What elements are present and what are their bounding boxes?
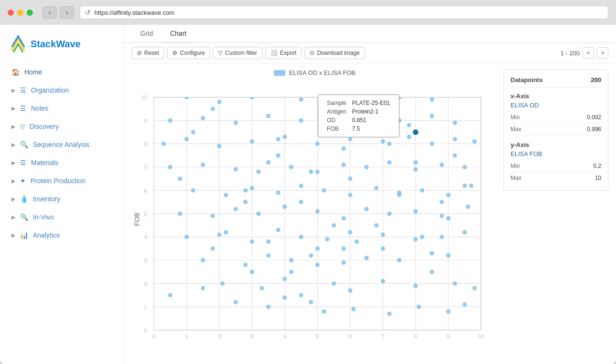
svg-point-103: [322, 188, 326, 192]
sidebar-item-in-vivo[interactable]: ▶ 🔍 In-Vivo: [4, 208, 120, 226]
chart-toolbar: ⊘ Reset ⚙ Configure ▽ Custom filter ⬜ Ex…: [124, 43, 616, 63]
refresh-icon[interactable]: ↺: [85, 9, 91, 16]
svg-point-91: [315, 209, 320, 213]
svg-text:0: 0: [144, 327, 147, 333]
svg-text:3: 3: [144, 257, 147, 263]
svg-point-109: [469, 184, 473, 188]
sidebar-item-home[interactable]: 🏠 Home: [4, 63, 120, 81]
sidebar-item-protein-production[interactable]: ▶ ✦ Protein Production: [4, 172, 120, 189]
svg-point-180: [256, 169, 261, 174]
pagination-text: 1 - 200: [561, 50, 580, 57]
svg-point-107: [420, 188, 424, 192]
tab-chart[interactable]: Chart: [161, 25, 195, 43]
svg-point-174: [342, 146, 346, 151]
svg-text:7: 7: [381, 333, 384, 339]
protein-icon: ✦: [20, 177, 26, 185]
custom-filter-button[interactable]: ▽ Custom filter: [213, 47, 262, 59]
svg-point-138: [299, 118, 303, 123]
sidebar-item-organization-label: Organization: [31, 86, 69, 94]
svg-point-122: [161, 142, 166, 146]
organization-icon: ☰: [20, 86, 26, 94]
svg-point-181: [289, 270, 293, 274]
minimize-button[interactable]: [17, 10, 23, 16]
svg-point-48: [309, 300, 313, 304]
svg-point-110: [168, 165, 172, 169]
svg-text:5: 5: [316, 333, 319, 339]
svg-text:3: 3: [251, 333, 253, 339]
svg-point-131: [430, 142, 434, 146]
svg-point-121: [462, 165, 467, 169]
svg-point-90: [282, 205, 287, 209]
url-text: https://affinity.stackwave.com: [94, 9, 175, 16]
sidebar-item-discovery[interactable]: ▶ ▽ Discovery: [4, 118, 120, 135]
datapoints-label: Datapoints: [511, 76, 543, 83]
sidebar-item-sequence-analysis[interactable]: ▶ 🔍 Sequence Analysis: [4, 136, 120, 153]
notes-icon: ☰: [20, 104, 26, 112]
sidebar-item-notes[interactable]: ▶ ☰ Notes: [4, 100, 120, 117]
svg-point-82: [381, 232, 385, 237]
svg-point-94: [387, 211, 392, 216]
svg-point-132: [453, 137, 457, 141]
back-button[interactable]: ‹: [42, 6, 57, 19]
svg-point-83: [413, 237, 418, 241]
scatter-plot: FOB 0 1 2 3 4 5 6 7: [132, 80, 498, 358]
svg-text:5: 5: [144, 211, 147, 217]
svg-point-101: [276, 190, 280, 195]
svg-text:0: 0: [152, 333, 155, 339]
svg-point-130: [407, 135, 411, 139]
maximize-button[interactable]: [27, 10, 33, 16]
svg-point-126: [282, 135, 287, 139]
svg-point-188: [210, 107, 215, 111]
svg-point-186: [453, 153, 457, 157]
expand-arrow-invivo: ▶: [11, 214, 15, 220]
svg-text:1: 1: [185, 333, 188, 339]
svg-point-47: [266, 304, 271, 309]
svg-text:10: 10: [478, 333, 484, 339]
datapoints-value: 200: [591, 76, 601, 83]
download-image-button[interactable]: ⊙ Download image: [304, 47, 365, 59]
sidebar-item-analytics[interactable]: ▶ 📊 Analytics: [4, 227, 120, 244]
svg-point-59: [332, 281, 336, 286]
svg-point-142: [430, 114, 434, 118]
svg-point-164: [381, 246, 385, 250]
close-button[interactable]: [8, 10, 14, 16]
svg-point-151: [430, 97, 434, 102]
next-page-button[interactable]: >: [597, 47, 608, 59]
sidebar-item-organization[interactable]: ▶ ☰ Organization: [4, 82, 120, 99]
svg-point-84: [439, 235, 444, 239]
export-button[interactable]: ⬜ Export: [265, 47, 302, 59]
svg-point-64: [472, 286, 477, 290]
tab-grid[interactable]: Grid: [132, 25, 161, 43]
sidebar: StackWave 🏠 Home ▶ ☰ Organization ▶: [0, 25, 124, 364]
expand-arrow-notes: ▶: [11, 105, 15, 112]
custom-filter-label: Custom filter: [225, 50, 257, 56]
sidebar-item-materials[interactable]: ▶ ☰ Materials: [4, 154, 120, 171]
svg-text:2: 2: [144, 281, 147, 287]
svg-text:FOB: FOB: [133, 212, 141, 226]
x-max-value: 0.996: [587, 126, 601, 133]
svg-point-81: [348, 230, 352, 234]
svg-point-78: [276, 228, 280, 232]
svg-point-77: [250, 239, 254, 244]
y-min-row: Min 0.2: [511, 160, 601, 172]
svg-point-162: [348, 177, 352, 181]
prev-page-button[interactable]: <: [583, 47, 594, 59]
tab-bar: Grid Chart: [124, 25, 616, 43]
reset-button[interactable]: ⊘ Reset: [132, 47, 164, 59]
url-bar[interactable]: ↺ https://affinity.stackwave.com: [80, 6, 608, 19]
svg-point-52: [417, 304, 421, 309]
sidebar-item-inventory[interactable]: ▶ 💧 Inventory: [4, 190, 120, 208]
configure-button[interactable]: ⚙ Configure: [167, 47, 210, 59]
x-axis-section-title: x-Axis: [511, 93, 601, 100]
invivo-icon: 🔍: [20, 213, 28, 221]
chart-title: ELISA OD x ELISA FOB: [132, 69, 498, 76]
svg-point-193: [413, 129, 418, 135]
expand-arrow-materials: ▶: [11, 160, 15, 166]
svg-text:10: 10: [141, 94, 147, 100]
svg-point-179: [224, 230, 228, 234]
traffic-lights: [8, 10, 33, 16]
svg-point-158: [282, 295, 287, 300]
svg-point-133: [472, 139, 477, 144]
forward-button[interactable]: ›: [60, 6, 74, 19]
svg-point-141: [397, 118, 401, 123]
